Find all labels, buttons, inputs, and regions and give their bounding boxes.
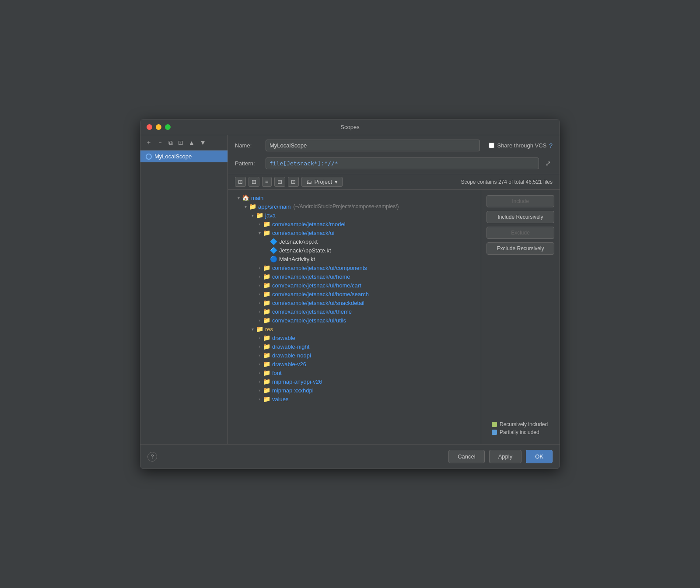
- group-button[interactable]: ⊟: [274, 177, 285, 187]
- scopes-dialog: Scopes ＋ － ⧉ ⊡ ▲ ▼ MyLocalScope Name:: [140, 119, 560, 469]
- tree-node-theme[interactable]: › 📁 com/example/jetsnack/ui/theme: [228, 307, 481, 316]
- toggle-drawable-night[interactable]: ›: [256, 344, 263, 349]
- cancel-button[interactable]: Cancel: [448, 450, 484, 463]
- folder-utils-icon: 📁: [263, 317, 270, 324]
- toggle-drawable[interactable]: ›: [256, 336, 263, 340]
- pattern-expand-button[interactable]: ⤢: [543, 159, 553, 168]
- name-input[interactable]: [266, 140, 480, 151]
- toggle-app-src-main[interactable]: ▾: [242, 204, 249, 209]
- save-scope-button[interactable]: ⊡: [176, 138, 185, 147]
- move-down-button[interactable]: ▼: [198, 138, 208, 147]
- toggle-java[interactable]: ▾: [249, 213, 256, 218]
- apply-button[interactable]: Apply: [489, 450, 522, 463]
- toggle-mipmap-xxxhdpi[interactable]: ›: [256, 388, 263, 393]
- folder-values-icon: 📁: [263, 396, 270, 402]
- node-label-jetsnackappstate: JetsnackAppState.kt: [279, 247, 331, 254]
- tree-node-homesearch[interactable]: › 📁 com/example/jetsnack/ui/home/search: [228, 290, 481, 298]
- toggle-home[interactable]: ›: [256, 274, 263, 279]
- node-label-homesearch: com/example/jetsnack/ui/home/search: [272, 291, 369, 298]
- tree-node-cart[interactable]: › 📁 com/example/jetsnack/ui/home/cart: [228, 281, 481, 290]
- tree-node-ui[interactable]: ▾ 📁 com/example/jetsnack/ui: [228, 228, 481, 237]
- tree-node-jetsnackappstate[interactable]: 🔷 JetsnackAppState.kt: [228, 246, 481, 255]
- project-dropdown[interactable]: 🗂 Project ▾: [301, 177, 343, 187]
- tree-node-drawable-night[interactable]: › 📁 drawable-night: [228, 342, 481, 351]
- toggle-font[interactable]: ›: [256, 371, 263, 375]
- toggle-homesearch[interactable]: ›: [256, 292, 263, 297]
- tree-node-home[interactable]: › 📁 com/example/jetsnack/ui/home: [228, 272, 481, 281]
- toggle-mipmap-anydpi[interactable]: ›: [256, 379, 263, 384]
- toggle-drawable-v26[interactable]: ›: [256, 362, 263, 367]
- project-dropdown-chevron: ▾: [335, 178, 338, 185]
- filter-button[interactable]: ⊡: [288, 177, 299, 187]
- minimize-button[interactable]: [156, 124, 161, 130]
- toggle-utils[interactable]: ›: [256, 318, 263, 323]
- flatten-button[interactable]: ≡: [262, 177, 272, 187]
- expand-all-button[interactable]: ⊞: [248, 177, 259, 187]
- exclude-recursively-button[interactable]: Exclude Recursively: [486, 242, 554, 255]
- dialog-body: ＋ － ⧉ ⊡ ▲ ▼ MyLocalScope Name: Share thr…: [140, 135, 560, 444]
- toggle-cart[interactable]: ›: [256, 283, 263, 288]
- main-area: Name: Share through VCS ? Pattern: ⤢ ⊡ ⊞…: [228, 135, 560, 444]
- pattern-input[interactable]: [266, 158, 539, 169]
- tree-node-drawable-v26[interactable]: › 📁 drawable-v26: [228, 360, 481, 368]
- collapse-all-button[interactable]: ⊡: [235, 177, 246, 187]
- toggle-drawable-nodpi[interactable]: ›: [256, 353, 263, 358]
- add-scope-button[interactable]: ＋: [144, 138, 154, 147]
- toggle-res[interactable]: ▾: [249, 327, 256, 332]
- vcs-help-icon[interactable]: ?: [549, 142, 553, 149]
- tree-node-mipmap-xxxhdpi[interactable]: › 📁 mipmap-xxxhdpi: [228, 386, 481, 395]
- legend-recursively-label: Recursively included: [500, 421, 548, 427]
- toggle-components[interactable]: ›: [256, 266, 263, 270]
- tree-node-main[interactable]: ▾ 🏠 main: [228, 193, 481, 202]
- toggle-snackdetail[interactable]: ›: [256, 301, 263, 305]
- close-button[interactable]: [147, 124, 152, 130]
- tree-node-components[interactable]: › 📁 com/example/jetsnack/ui/components: [228, 263, 481, 272]
- toggle-ui[interactable]: ▾: [256, 231, 263, 235]
- kt-jetsnackappstate-icon: 🔷: [270, 247, 277, 254]
- tree-node-app-src-main[interactable]: ▾ 📁 app/src/main (~/AndroidStudioProject…: [228, 202, 481, 211]
- node-label-cart: com/example/jetsnack/ui/home/cart: [272, 282, 361, 289]
- toggle-theme[interactable]: ›: [256, 309, 263, 314]
- include-recursively-button[interactable]: Include Recursively: [486, 211, 554, 223]
- maximize-button[interactable]: [165, 124, 171, 130]
- sidebar-item-myscope[interactable]: MyLocalScope: [140, 150, 228, 162]
- tree-node-mipmap-anydpi[interactable]: › 📁 mipmap-anydpi-v26: [228, 377, 481, 386]
- window-controls: [147, 124, 171, 130]
- copy-scope-button[interactable]: ⧉: [167, 138, 175, 147]
- sidebar: ＋ － ⧉ ⊡ ▲ ▼ MyLocalScope: [140, 135, 228, 444]
- help-button[interactable]: ?: [147, 452, 157, 462]
- node-label-drawable-night: drawable-night: [272, 343, 309, 350]
- scope-icon: [146, 154, 152, 160]
- folder-homesearch-icon: 📁: [263, 290, 270, 298]
- tree-node-drawable-nodpi[interactable]: › 📁 drawable-nodpi: [228, 351, 481, 360]
- tree-node-snackdetail[interactable]: › 📁 com/example/jetsnack/ui/snackdetail: [228, 298, 481, 307]
- tree-node-java[interactable]: ▾ 📁 java: [228, 211, 481, 220]
- folder-java-icon: 📁: [256, 212, 263, 219]
- tree-node-font[interactable]: › 📁 font: [228, 368, 481, 377]
- main-icon: 🏠: [242, 194, 249, 201]
- vcs-row: Share through VCS ?: [489, 142, 553, 149]
- tree-node-res[interactable]: ▾ 📁 res: [228, 325, 481, 333]
- tree-node-drawable[interactable]: › 📁 drawable: [228, 333, 481, 342]
- exclude-button[interactable]: Exclude: [486, 227, 554, 239]
- node-label-theme: com/example/jetsnack/ui/theme: [272, 308, 352, 315]
- legend-recursively-color: [492, 422, 497, 427]
- tree-node-model[interactable]: › 📁 com/example/jetsnack/model: [228, 220, 481, 228]
- remove-scope-button[interactable]: －: [155, 138, 165, 147]
- toggle-values[interactable]: ›: [256, 397, 263, 402]
- tree-node-jetsnackapp[interactable]: 🔷 JetsnackApp.kt: [228, 237, 481, 246]
- bottom-bar: ? Cancel Apply OK: [140, 444, 560, 469]
- include-button[interactable]: Include: [486, 195, 554, 207]
- tree-node-values[interactable]: › 📁 values: [228, 395, 481, 403]
- file-tree[interactable]: ▾ 🏠 main ▾ 📁 app/src/main (~/AndroidStud…: [228, 190, 481, 444]
- tree-node-mainactivity[interactable]: 🔵 MainActivity.kt: [228, 255, 481, 263]
- tree-node-utils[interactable]: › 📁 com/example/jetsnack/ui/utils: [228, 316, 481, 325]
- node-label-font: font: [272, 370, 282, 376]
- move-up-button[interactable]: ▲: [187, 138, 196, 147]
- folder-mipmap-xxxhdpi-icon: 📁: [263, 387, 270, 394]
- vcs-checkbox[interactable]: [489, 143, 494, 148]
- toggle-main[interactable]: ▾: [235, 196, 242, 200]
- pattern-label: Pattern:: [235, 160, 261, 167]
- toggle-model[interactable]: ›: [256, 222, 263, 227]
- ok-button[interactable]: OK: [526, 450, 553, 463]
